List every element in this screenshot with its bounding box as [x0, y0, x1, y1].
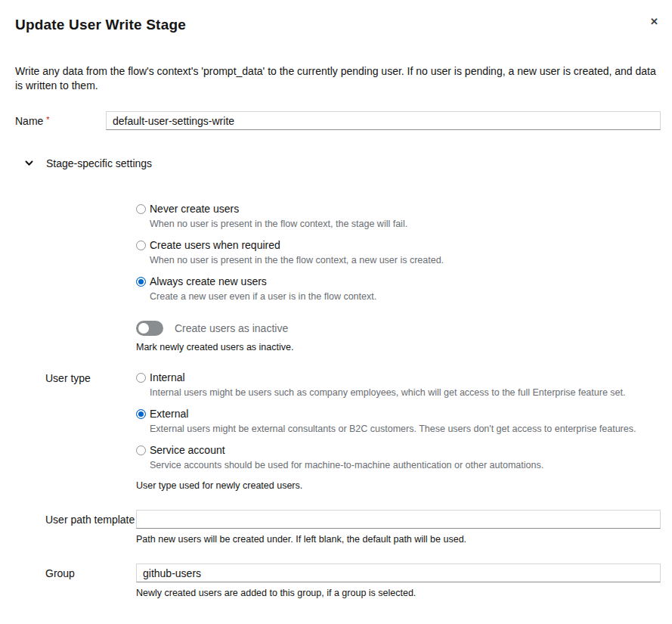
- radio-option-never-create-users[interactable]: Never create users: [136, 203, 661, 215]
- user-path-template-help: Path new users will be created under. If…: [136, 534, 661, 545]
- create-inactive-help: Mark newly created users as inactive.: [136, 342, 661, 353]
- user-path-template-input[interactable]: [136, 510, 661, 529]
- radio-option-internal[interactable]: Internal: [136, 371, 661, 383]
- required-asterisk: *: [46, 115, 49, 124]
- radio-icon[interactable]: [136, 204, 146, 214]
- stage-specific-settings-body: Never create users When no user is prese…: [15, 203, 661, 599]
- update-user-write-stage-dialog: Update User Write Stage ✕ Write any data…: [0, 0, 672, 624]
- user-type-row: User type Internal Internal users might …: [45, 371, 661, 492]
- name-field-row: Name*: [15, 111, 661, 130]
- toggle-label: Create users as inactive: [175, 322, 288, 334]
- group-help: Newly created users are added to this gr…: [136, 588, 661, 599]
- radio-option-service-account[interactable]: Service account: [136, 444, 661, 456]
- name-label-text: Name: [15, 115, 43, 127]
- radio-option-description: External users might be external consult…: [150, 424, 661, 435]
- radio-option-create-users-when-required[interactable]: Create users when required: [136, 239, 661, 251]
- dialog-description: Write any data from the flow's context's…: [15, 64, 661, 93]
- toggle-knob: [138, 323, 149, 334]
- radio-icon[interactable]: [136, 445, 146, 455]
- radio-icon[interactable]: [136, 241, 146, 250]
- group-field-row: Group Newly created users are added to t…: [45, 563, 661, 599]
- group-input[interactable]: [136, 563, 661, 582]
- radio-option-description: When no user is present in the the flow …: [150, 255, 661, 266]
- close-icon[interactable]: ✕: [649, 15, 660, 28]
- radio-option-external[interactable]: External: [136, 408, 661, 420]
- radio-option-description: Service accounts should be used for mach…: [150, 460, 661, 471]
- radio-icon[interactable]: [136, 373, 146, 383]
- user-path-template-label: User path template: [45, 510, 136, 526]
- name-input[interactable]: [106, 111, 661, 130]
- stage-specific-settings-toggle[interactable]: Stage-specific settings: [15, 157, 152, 169]
- user-creation-radio-group: Never create users When no user is prese…: [136, 203, 661, 303]
- user-type-help: User type used for newly created users.: [136, 480, 661, 492]
- user-type-label: User type: [45, 371, 136, 384]
- group-header-label: Stage-specific settings: [46, 157, 152, 169]
- group-label: Group: [45, 563, 136, 579]
- radio-option-description: When no user is present in the flow cont…: [150, 219, 661, 230]
- user-type-radio-group: Internal Internal users might be users s…: [136, 371, 661, 492]
- user-creation-mode-row: Never create users When no user is prese…: [45, 203, 661, 303]
- create-inactive-row: Create users as inactive Mark newly crea…: [45, 321, 661, 353]
- radio-option-description: Internal users might be users such as co…: [150, 387, 661, 399]
- name-label: Name*: [15, 111, 106, 127]
- page-title: Update User Write Stage: [15, 17, 661, 33]
- chevron-down-icon: [25, 160, 33, 166]
- user-path-template-row: User path template Path new users will b…: [45, 510, 661, 545]
- radio-option-always-create-new-users[interactable]: Always create new users: [136, 275, 661, 287]
- radio-icon[interactable]: [136, 277, 146, 287]
- radio-icon[interactable]: [136, 409, 146, 419]
- toggle-switch-icon[interactable]: [136, 321, 163, 336]
- create-users-as-inactive-toggle[interactable]: Create users as inactive: [136, 321, 661, 336]
- radio-option-description: Create a new user even if a user is in t…: [150, 291, 661, 303]
